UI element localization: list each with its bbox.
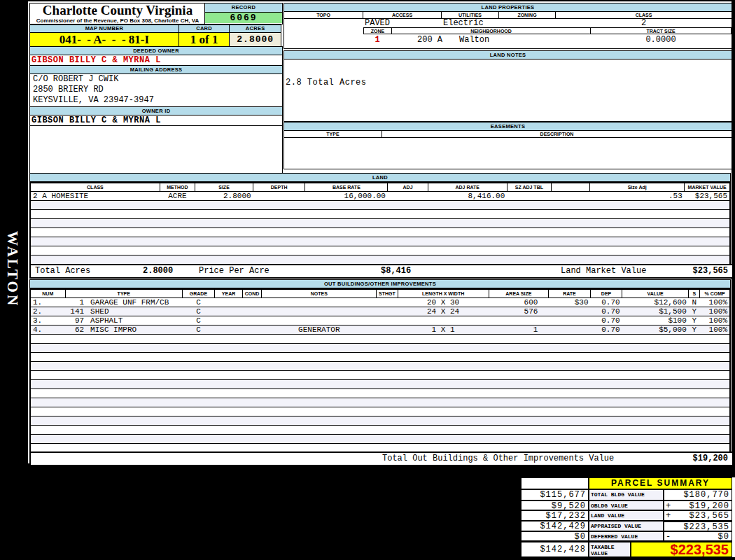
col-notes: NOTES — [262, 289, 377, 298]
map-number-label: MAP NUMBER — [30, 25, 178, 33]
land-method: ACRE — [160, 192, 195, 201]
col-type: TYPE — [65, 289, 182, 298]
prior-total-bldg-value: $115,677 — [521, 489, 589, 500]
ob-value: $100 — [622, 316, 689, 326]
ob-type: 141SHED — [65, 307, 182, 316]
empty-row — [30, 380, 730, 389]
col-area-size: AREA SIZE — [489, 289, 548, 298]
land-totals-row: Total Acres 2.8000 Price Per Acre $8,416… — [29, 264, 734, 279]
col-grade: GRADE — [182, 289, 214, 298]
ob-comp: 100% — [700, 316, 730, 326]
appraised-value: $223,535 — [664, 521, 732, 531]
outbuildings-total-label: Total Out Buildings & Other Improvements… — [382, 453, 614, 465]
card-field[interactable]: 1 of 1 — [179, 33, 230, 47]
card-label: CARD — [179, 25, 230, 33]
zone-area-value: 200 A — [391, 34, 442, 46]
ob-type-code: 141 — [67, 307, 84, 316]
ob-grade: C — [182, 326, 214, 335]
ob-s: Y — [689, 326, 700, 335]
record-value-field[interactable]: 6069 — [205, 13, 282, 23]
land-properties-values: PAVED Electric 2 — [284, 19, 732, 27]
ob-year — [215, 307, 243, 316]
zoning-value — [499, 19, 556, 27]
empty-row — [30, 353, 730, 362]
ob-dep: 0.70 — [591, 316, 622, 326]
ob-dep: 0.70 — [591, 307, 622, 316]
land-blank — [551, 192, 589, 201]
empty-row — [30, 389, 730, 398]
empty-row — [30, 426, 730, 435]
neighborhood-value: Walton — [442, 34, 489, 46]
ob-s: N — [689, 298, 700, 307]
ob-type: 62MISC IMPRO — [65, 326, 182, 335]
ob-rate: $30 — [548, 298, 590, 307]
tract-size-label: TRACT SIZE — [590, 27, 732, 34]
empty-row — [30, 407, 730, 416]
land-value-label: LAND VALUE — [589, 510, 664, 521]
col-sz-adj-tbl: SZ ADJ TBL — [507, 183, 551, 192]
col-adj-rate: ADJ RATE — [428, 183, 507, 192]
empty-row — [30, 335, 730, 344]
land-size-adj: .53 — [590, 192, 685, 201]
prior-taxable-value: $142,428 — [521, 541, 589, 557]
ob-area — [489, 316, 548, 326]
total-bldg-value-label: TOTAL BLDG VALUE — [589, 489, 664, 500]
ob-num: 1. — [30, 298, 65, 307]
ob-type-name: GARAGE UNF FRM/CB — [90, 298, 169, 307]
county-title: Charlotte County Virginia — [30, 4, 205, 18]
land-adj — [388, 192, 428, 201]
mailing-address-label: MAILING ADDRESS — [30, 66, 282, 74]
total-bldg-value: $180,770 — [664, 489, 732, 500]
ob-comp: 100% — [700, 326, 730, 335]
land-sz-adj-tbl — [507, 192, 551, 201]
neighborhood-label: NEIGHBORHOOD — [391, 27, 590, 34]
land-base-rate: 16,000.00 — [305, 192, 388, 201]
empty-row — [30, 201, 730, 210]
outbuilding-row: 3. 97ASPHALT C 0.70 $100 Y 100% — [30, 316, 730, 326]
acres-col: ACRES 2.8000 — [229, 24, 281, 46]
ob-cond — [243, 316, 262, 326]
ob-notes — [262, 307, 377, 316]
ob-s: Y — [689, 316, 700, 326]
ob-comp: 100% — [700, 307, 730, 316]
deeded-owner-label: DEEDED OWNER — [30, 47, 282, 55]
ob-grade: C — [182, 298, 214, 307]
land-row: 2 A HOMESITE ACRE 2.8000 16,000.00 8,416… — [30, 192, 730, 201]
zone-header-row: ZONE NEIGHBORHOOD TRACT SIZE — [284, 27, 732, 34]
ob-notes: GENERATOR — [262, 326, 377, 335]
land-market-value-total: $23,565 — [693, 265, 728, 277]
ob-dims: 1 X 1 — [398, 326, 489, 335]
ob-dims: 24 X 24 — [398, 307, 489, 316]
ob-year — [215, 316, 243, 326]
topo-header: TOPO — [284, 12, 363, 19]
ob-dep: 0.70 — [591, 326, 622, 335]
ob-type-code: 97 — [67, 316, 84, 325]
taxable-value-label: TAXABLE VALUE — [589, 541, 631, 557]
ob-sthgt — [377, 298, 398, 307]
price-per-acre-label: Price Per Acre — [199, 265, 270, 277]
parcel-summary-title: PARCEL SUMMARY — [589, 477, 732, 489]
ob-num: 3. — [30, 316, 65, 326]
land-table: CLASS METHOD SIZE DEPTH BASE RATE ADJ AD… — [29, 182, 731, 265]
map-number-field[interactable]: 041- - A- - - 81-I — [30, 33, 178, 47]
owner-id-label: OWNER ID — [30, 107, 282, 115]
ob-rate — [548, 307, 590, 316]
easements-headers: TYPE DESCRIPTION — [284, 131, 732, 138]
outbuildings-table: NUM TYPE GRADE YEAR COND NOTES STHGT LEN… — [29, 288, 731, 454]
total-acres-value: 2.8000 — [143, 265, 173, 277]
ob-dims — [398, 316, 489, 326]
empty-row — [30, 237, 730, 246]
neighborhood-sidebar-label: WALTON — [4, 231, 21, 307]
outbuildings-total-row: Total Out Buildings & Other Improvements… — [29, 451, 734, 466]
acres-field[interactable]: 2.8000 — [230, 33, 281, 47]
commissioner-line: Commissioner of the Revenue, PO Box 308,… — [30, 18, 205, 24]
empty-row — [30, 219, 730, 228]
land-notes-title: LAND NOTES — [284, 51, 732, 59]
map-number-col: MAP NUMBER 041- - A- - - 81-I — [29, 24, 178, 46]
ob-type: 1GARAGE UNF FRM/CB — [65, 298, 182, 307]
price-per-acre-value: $8,416 — [381, 265, 411, 277]
zone-spacer — [284, 27, 363, 34]
card-col: CARD 1 of 1 — [178, 24, 230, 46]
col-sthgt: STHGT — [377, 289, 398, 298]
col-dep: DEP — [591, 289, 622, 298]
